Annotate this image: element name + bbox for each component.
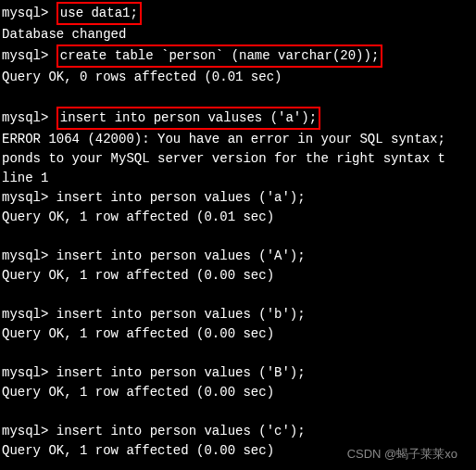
terminal-line: mysql> insert into person valuses ('a'); [2, 107, 474, 130]
highlighted-command: use data1; [56, 2, 142, 25]
terminal-line: ponds to your MySQL server version for t… [2, 149, 474, 169]
blank-line [2, 344, 474, 363]
terminal-line: Query OK, 1 row affected (0.00 sec) [2, 383, 474, 402]
blank-line [2, 87, 474, 107]
blank-line [2, 402, 474, 422]
terminal-line: ERROR 1064 (42000): You have an error in… [2, 130, 474, 149]
terminal-line: mysql> insert into person values ('A'); [2, 247, 474, 266]
mysql-prompt: mysql> [2, 48, 48, 63]
terminal-line: mysql> insert into person values ('B'); [2, 363, 474, 383]
terminal-line: line 1 [2, 169, 474, 188]
terminal-line: mysql> insert into person values ('a'); [2, 188, 474, 208]
terminal-line: mysql> insert into person values ('b'); [2, 305, 474, 324]
blank-line [2, 227, 474, 247]
terminal-line: Query OK, 0 rows affected (0.01 sec) [2, 68, 474, 87]
terminal-line: mysql> use data1; [2, 2, 474, 25]
highlighted-command: create table `person` (name varchar(20))… [56, 44, 382, 68]
terminal-line: mysql> create table `person` (name varch… [2, 44, 474, 68]
terminal-line: Query OK, 1 row affected (0.01 sec) [2, 208, 474, 227]
mysql-prompt: mysql> [2, 6, 48, 20]
terminal-line: Query OK, 1 row affected (0.00 sec) [2, 324, 474, 344]
highlighted-command: insert into person valuses ('a'); [56, 107, 320, 130]
terminal-line: mysql> insert into person values ('c'); [2, 422, 474, 441]
terminal-line: Database changed [2, 25, 474, 44]
watermark: CSDN @蝎子莱莱xo [347, 445, 457, 464]
mysql-prompt: mysql> [2, 110, 48, 125]
terminal-line: Query OK, 1 row affected (0.00 sec) [2, 266, 474, 286]
blank-line [2, 286, 474, 305]
